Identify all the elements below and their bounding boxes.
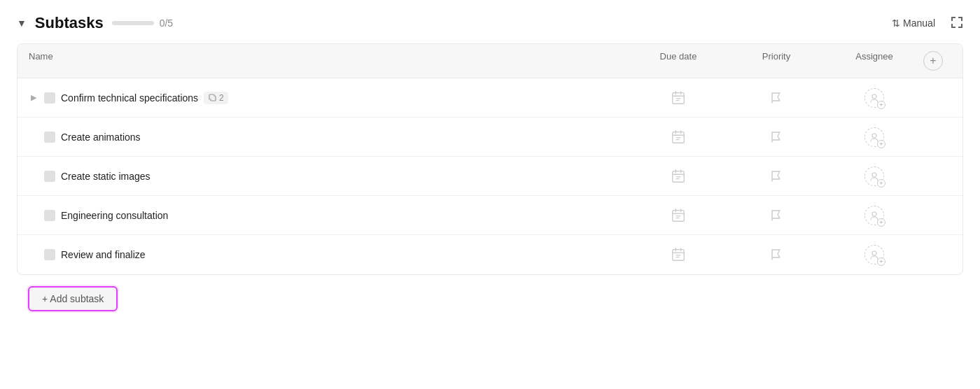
task-name: Create static images bbox=[61, 171, 150, 182]
assignee-avatar[interactable]: + bbox=[864, 206, 884, 225]
assignee-plus-icon: + bbox=[877, 218, 886, 227]
table-row[interactable]: ▶ Review and finalize bbox=[18, 235, 962, 274]
calendar-icon bbox=[671, 169, 686, 184]
svg-point-1 bbox=[872, 94, 876, 99]
header-left: ▼ Subtasks 0/5 bbox=[17, 14, 173, 32]
col-header-priority: Priority bbox=[727, 51, 825, 71]
row-expand-icon[interactable]: ▶ bbox=[29, 93, 38, 102]
add-column-button[interactable]: + bbox=[923, 51, 943, 71]
table-body: ▶ Confirm technical specifications 2 bbox=[18, 78, 962, 274]
col-header-assignee: Assignee bbox=[825, 51, 923, 71]
due-date-cell[interactable] bbox=[629, 169, 727, 184]
calendar-icon bbox=[671, 129, 686, 145]
header-right: ⇅ Manual bbox=[886, 15, 963, 31]
priority-flag-icon bbox=[769, 130, 783, 144]
assignee-cell[interactable]: + bbox=[825, 88, 923, 108]
name-cell: ▶ Create static images bbox=[29, 171, 629, 182]
task-name: Review and finalize bbox=[61, 249, 146, 260]
chevron-icon[interactable]: ▼ bbox=[17, 17, 27, 29]
name-cell: ▶ Review and finalize bbox=[29, 249, 629, 260]
assignee-cell[interactable]: + bbox=[825, 206, 923, 225]
assignee-plus-icon: + bbox=[877, 101, 886, 109]
priority-flag-icon bbox=[769, 208, 783, 222]
assignee-cell[interactable]: + bbox=[825, 245, 923, 264]
expand-icon[interactable] bbox=[951, 16, 963, 31]
table-header: Name Due date Priority Assignee + bbox=[18, 44, 962, 78]
due-date-cell[interactable] bbox=[629, 129, 727, 145]
page-wrapper: ▼ Subtasks 0/5 ⇅ Manual Name bbox=[0, 0, 980, 337]
name-cell: ▶ Confirm technical specifications 2 bbox=[29, 92, 629, 104]
progress-bar-container: 0/5 bbox=[112, 17, 173, 29]
task-checkbox[interactable] bbox=[44, 132, 55, 143]
priority-cell[interactable] bbox=[727, 208, 825, 222]
task-checkbox[interactable] bbox=[44, 92, 55, 104]
assignee-avatar[interactable]: + bbox=[864, 88, 884, 108]
col-header-name: Name bbox=[29, 51, 629, 71]
subtasks-table: Name Due date Priority Assignee + ▶ Conf… bbox=[17, 43, 963, 275]
svg-point-5 bbox=[872, 173, 876, 177]
table-row[interactable]: ▶ Create animations bbox=[18, 118, 962, 157]
subtask-count-icon bbox=[208, 93, 217, 102]
assignee-avatar[interactable]: + bbox=[864, 127, 884, 147]
sort-arrows-icon: ⇅ bbox=[892, 17, 900, 29]
svg-point-7 bbox=[872, 212, 876, 216]
priority-cell[interactable] bbox=[727, 91, 825, 105]
assignee-plus-icon: + bbox=[877, 257, 886, 266]
name-cell: ▶ Engineering consultation bbox=[29, 210, 629, 221]
assignee-cell[interactable]: + bbox=[825, 167, 923, 186]
assignee-avatar[interactable]: + bbox=[864, 167, 884, 186]
calendar-icon bbox=[671, 90, 686, 106]
task-name: Engineering consultation bbox=[61, 210, 168, 221]
assignee-plus-icon: + bbox=[877, 140, 886, 148]
task-checkbox[interactable] bbox=[44, 210, 55, 221]
priority-cell[interactable] bbox=[727, 130, 825, 144]
task-name: Create animations bbox=[61, 132, 141, 143]
due-date-cell[interactable] bbox=[629, 90, 727, 106]
table-row[interactable]: ▶ Create static images bbox=[18, 157, 962, 196]
calendar-icon bbox=[671, 208, 686, 223]
col-header-due-date: Due date bbox=[629, 51, 727, 71]
due-date-cell[interactable] bbox=[629, 208, 727, 223]
subtask-count: 2 bbox=[219, 93, 224, 103]
due-date-cell[interactable] bbox=[629, 247, 727, 262]
svg-point-3 bbox=[872, 134, 876, 138]
task-name: Confirm technical specifications bbox=[61, 92, 198, 104]
table-row[interactable]: ▶ Engineering consultation bbox=[18, 196, 962, 235]
assignee-avatar[interactable]: + bbox=[864, 245, 884, 264]
assignee-cell[interactable]: + bbox=[825, 127, 923, 147]
progress-bar-track bbox=[112, 21, 154, 25]
add-subtask-button[interactable]: + Add subtask bbox=[28, 286, 118, 311]
priority-flag-icon bbox=[769, 169, 783, 183]
header-row: ▼ Subtasks 0/5 ⇅ Manual bbox=[17, 14, 963, 32]
add-subtask-row: + Add subtask bbox=[17, 275, 963, 323]
priority-flag-icon bbox=[769, 248, 783, 262]
table-row[interactable]: ▶ Confirm technical specifications 2 bbox=[18, 78, 962, 118]
manual-label: Manual bbox=[903, 17, 935, 29]
manual-sort-button[interactable]: ⇅ Manual bbox=[886, 15, 941, 31]
task-checkbox[interactable] bbox=[44, 171, 55, 182]
col-header-add[interactable]: + bbox=[923, 51, 951, 71]
priority-cell[interactable] bbox=[727, 169, 825, 183]
calendar-icon bbox=[671, 247, 686, 262]
task-checkbox[interactable] bbox=[44, 249, 55, 260]
priority-flag-icon bbox=[769, 91, 783, 105]
subtask-badge: 2 bbox=[204, 92, 228, 104]
page-title: Subtasks bbox=[35, 14, 104, 32]
add-subtask-label: + Add subtask bbox=[42, 293, 104, 304]
assignee-plus-icon: + bbox=[877, 179, 886, 188]
priority-cell[interactable] bbox=[727, 248, 825, 262]
svg-point-9 bbox=[872, 251, 876, 255]
progress-text: 0/5 bbox=[160, 17, 173, 29]
name-cell: ▶ Create animations bbox=[29, 132, 629, 143]
